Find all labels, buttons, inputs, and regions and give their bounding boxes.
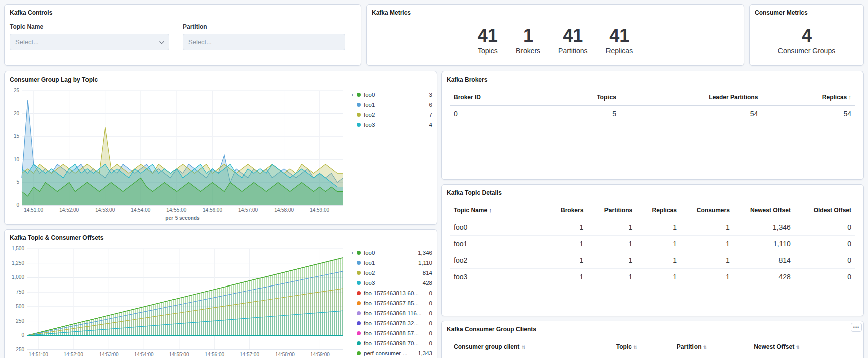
column-header[interactable]: Brokers — [539, 202, 588, 219]
column-header[interactable]: Partition ⇅ — [673, 339, 750, 355]
legend-expand-icon[interactable]: › — [351, 249, 357, 256]
legend-expand-icon[interactable]: › — [351, 91, 357, 98]
svg-text:14:53:00: 14:53:00 — [95, 207, 115, 213]
legend-item[interactable]: foo-1575463878-32...0 — [351, 318, 432, 328]
column-header[interactable]: Newest Offset ⇅ — [750, 339, 855, 355]
partition-select[interactable] — [183, 34, 345, 50]
legend-label: foo-1575463898-70... — [364, 340, 419, 346]
series-color-dot — [357, 261, 361, 265]
svg-text:14:56:00: 14:56:00 — [203, 207, 222, 213]
sort-ascending-icon: ↑ — [489, 207, 492, 213]
stat-label: Brokers — [516, 47, 540, 55]
consumer-stats: 4 Consumer Groups — [750, 26, 863, 55]
svg-text:14:54:00: 14:54:00 — [131, 207, 150, 213]
topic-name-input[interactable] — [10, 34, 169, 50]
legend-value: 428 — [419, 280, 432, 286]
offsets-chart-legend: ›foo01,346foo11,110foo2814foo3428foo-157… — [351, 248, 432, 358]
table-cell: 1 — [681, 269, 734, 285]
legend-item[interactable]: foo2814 — [351, 268, 432, 278]
column-header[interactable]: Newest Offset — [734, 202, 795, 219]
legend-value: 6 — [425, 102, 432, 108]
table-cell: 54 — [762, 106, 855, 122]
panel-kafka-topic-details: Kafka Topic Details Topic Name ↑BrokersP… — [441, 184, 864, 316]
table-header-row: Consumer group client ⇅Topic ⇅Partition … — [450, 339, 855, 355]
legend-item[interactable]: foo34 — [351, 120, 432, 130]
column-header[interactable]: Topic Name ↑ — [450, 202, 539, 219]
stat-replicas: 41 Replicas — [605, 26, 633, 55]
column-header[interactable]: Replicas — [636, 202, 681, 219]
panel-options-button[interactable]: ••• — [851, 323, 862, 332]
topic-name-select[interactable] — [10, 34, 169, 50]
table-row: foo211118140 — [450, 252, 855, 269]
legend-value: 0 — [425, 300, 432, 306]
svg-text:14:59:00: 14:59:00 — [310, 352, 330, 357]
column-header[interactable]: Replicas ↑ — [762, 89, 855, 106]
kafka-dashboard: Kafka Controls Topic Name Partition Kaf — [0, 0, 868, 358]
svg-text:5: 5 — [16, 179, 19, 185]
legend-item[interactable]: foo3428 — [351, 278, 432, 288]
table-cell: 0 — [795, 269, 855, 285]
legend-value: 1,110 — [414, 260, 432, 266]
legend-item[interactable]: foo-1575463868-116...0 — [351, 308, 432, 318]
svg-text:14:51:00: 14:51:00 — [29, 352, 48, 357]
series-color-dot — [357, 331, 361, 335]
partition-input[interactable] — [183, 34, 345, 50]
column-header[interactable]: Consumer group client ⇅ — [450, 339, 612, 355]
legend-item[interactable]: foo-1575463898-70...0 — [351, 338, 432, 348]
table-cell: 1 — [681, 236, 734, 252]
legend-label: foo-1575463888-57... — [364, 330, 419, 336]
column-header[interactable]: Topic ⇅ — [612, 339, 673, 355]
table-cell: 1,110 — [734, 236, 795, 252]
column-header[interactable]: Topics — [571, 89, 620, 106]
legend-label: foo-1575463813-60... — [364, 290, 419, 296]
series-color-dot — [357, 351, 361, 355]
panel-consumer-group-lag: Consumer Group Lag by Topic 051015202514… — [4, 71, 437, 225]
offsets-chart[interactable]: -25002505007501,0001,2501,50014:51:0014:… — [7, 245, 346, 358]
legend-label: foo0 — [364, 250, 375, 256]
legend-value: 0 — [425, 340, 432, 346]
chevron-down-icon — [158, 39, 165, 46]
table-cell: foo2 — [450, 252, 539, 269]
panel-kafka-brokers: Kafka Brokers Broker IDTopicsLeader Part… — [441, 71, 864, 180]
column-header[interactable]: Broker ID — [450, 89, 571, 106]
legend-label: foo3 — [364, 122, 375, 128]
svg-text:14:58:00: 14:58:00 — [274, 207, 294, 213]
legend-label: foo1 — [364, 260, 375, 266]
legend-item[interactable]: foo27 — [351, 110, 432, 120]
svg-text:0: 0 — [21, 332, 24, 338]
stat-value: 41 — [478, 26, 498, 45]
legend-item[interactable]: foo11,110 — [351, 258, 432, 268]
stat-consumer-groups: 4 Consumer Groups — [778, 26, 835, 55]
table-cell: 1 — [636, 269, 681, 285]
legend-item[interactable]: foo16 — [351, 100, 432, 110]
legend-item[interactable]: foo-1575463813-60...0 — [351, 288, 432, 298]
legend-value: 1,343 — [414, 350, 432, 356]
stat-value: 1 — [516, 26, 540, 45]
svg-text:250: 250 — [16, 318, 24, 324]
column-header[interactable]: Leader Partitions — [620, 89, 762, 106]
svg-text:500: 500 — [16, 304, 24, 309]
table-header-row: Broker IDTopicsLeader PartitionsReplicas… — [450, 89, 855, 106]
svg-text:14:57:00: 14:57:00 — [238, 207, 258, 213]
svg-text:14:55:00: 14:55:00 — [169, 352, 189, 357]
svg-text:1,250: 1,250 — [12, 260, 24, 266]
lag-chart[interactable]: 051015202514:51:0014:52:0014:53:0014:54:… — [7, 87, 346, 222]
legend-item[interactable]: foo-1575463888-57...0 — [351, 328, 432, 338]
topic-details-table: Topic Name ↑BrokersPartitionsReplicasCon… — [442, 202, 863, 285]
legend-item[interactable]: perf-consumer-...1,343 — [351, 348, 432, 358]
table-row: 055454 — [450, 106, 855, 122]
svg-text:14:51:00: 14:51:00 — [24, 207, 43, 213]
legend-label: foo0 — [364, 92, 375, 98]
legend-label: foo1 — [364, 102, 375, 108]
legend-item[interactable]: foo-1575463857-85...0 — [351, 298, 432, 308]
series-color-dot — [357, 251, 361, 255]
column-header[interactable]: Partitions — [587, 202, 636, 219]
column-header[interactable]: Oldest Offset — [795, 202, 855, 219]
stat-value: 41 — [558, 26, 587, 45]
column-header[interactable]: Consumers — [681, 202, 734, 219]
legend-item[interactable]: ›foo01,346 — [351, 248, 432, 258]
stat-partitions: 41 Partitions — [558, 26, 587, 55]
legend-item[interactable]: ›foo03 — [351, 90, 432, 100]
table-cell: 1 — [587, 252, 636, 269]
table-cell: foo0 — [612, 355, 673, 358]
